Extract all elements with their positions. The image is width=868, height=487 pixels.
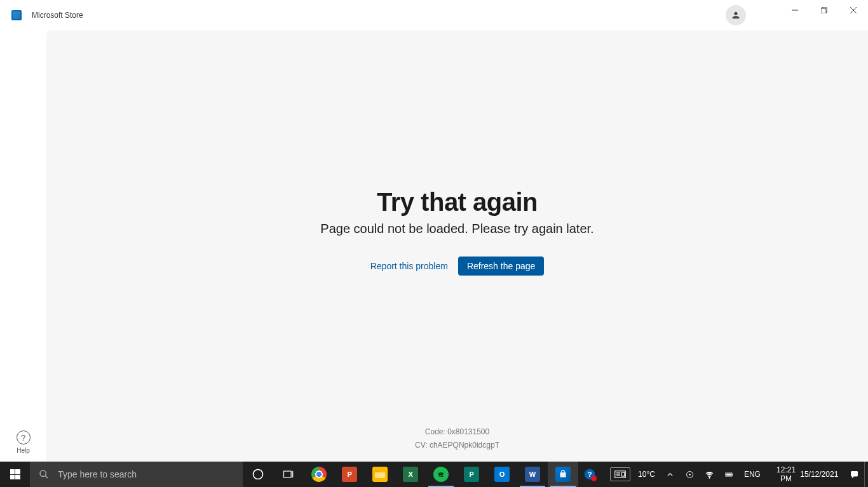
word-icon: W xyxy=(525,467,540,482)
weather-temperature: 10°C xyxy=(638,470,655,479)
taskbar: Type here to search P X P xyxy=(0,462,868,487)
get-help-tray-button[interactable]: ? xyxy=(578,462,601,487)
svg-point-19 xyxy=(709,477,710,477)
powerpoint-taskbar-button[interactable]: P xyxy=(334,462,365,487)
help-icon: ? xyxy=(17,430,31,444)
close-button[interactable] xyxy=(839,0,868,20)
app-title: Microsoft Store xyxy=(32,11,83,20)
task-view-button[interactable] xyxy=(273,462,304,487)
help-label: Help xyxy=(0,447,46,454)
search-icon xyxy=(39,469,49,479)
chevron-up-icon xyxy=(665,470,675,479)
chrome-icon xyxy=(311,467,327,482)
store-app-icon xyxy=(11,10,22,20)
svg-point-7 xyxy=(254,470,263,479)
battery-tray-icon[interactable] xyxy=(719,462,739,487)
svg-rect-16 xyxy=(621,472,625,476)
maximize-restore-button[interactable] xyxy=(810,0,839,20)
svg-point-5 xyxy=(40,470,46,476)
publisher-taskbar-button[interactable]: P xyxy=(456,462,487,487)
language-indicator[interactable]: ENG xyxy=(739,462,766,487)
word-taskbar-button[interactable]: W xyxy=(517,462,548,487)
circle-icon xyxy=(252,468,264,481)
help-app-icon: ? xyxy=(583,468,596,481)
news-widget-icon xyxy=(610,467,630,481)
svg-rect-23 xyxy=(851,471,858,476)
publisher-icon: P xyxy=(464,467,479,482)
excel-taskbar-button[interactable]: X xyxy=(395,462,426,487)
taskbar-search[interactable]: Type here to search xyxy=(30,462,243,487)
refresh-page-button[interactable]: Refresh the page xyxy=(458,257,544,276)
weather-tray-item[interactable]: 10°C xyxy=(601,462,660,487)
error-panel: Try that again Page could not be loaded.… xyxy=(203,188,712,276)
svg-rect-22 xyxy=(726,474,731,476)
clock-time: 12:21 PM xyxy=(772,465,800,484)
clock-tray-item[interactable]: 12:21 PM 15/12/2021 xyxy=(766,462,844,487)
error-code-line: Code: 0x80131500 xyxy=(415,425,499,439)
error-cv-line: CV: chAEPQNpk0idcgpT xyxy=(415,439,499,453)
svg-point-18 xyxy=(689,474,691,476)
window-controls xyxy=(780,0,868,20)
battery-icon xyxy=(724,470,734,479)
user-profile-button[interactable] xyxy=(726,5,746,25)
file-explorer-taskbar-button[interactable] xyxy=(365,462,395,487)
excel-icon: X xyxy=(403,467,418,482)
svg-rect-8 xyxy=(284,471,292,477)
show-desktop-button[interactable] xyxy=(864,462,868,487)
outlook-icon: O xyxy=(494,467,510,482)
person-icon xyxy=(731,10,741,20)
start-button[interactable] xyxy=(0,462,30,487)
error-heading: Try that again xyxy=(203,188,712,217)
store-taskbar-button[interactable] xyxy=(548,462,578,487)
language-label: ENG xyxy=(744,470,761,479)
folder-icon xyxy=(372,467,388,482)
store-icon xyxy=(555,467,571,482)
report-problem-link[interactable]: Report this problem xyxy=(370,261,448,271)
task-icons-group: P X P O W xyxy=(243,462,578,487)
notification-icon xyxy=(850,470,859,479)
clock-date: 15/12/2021 xyxy=(800,470,838,479)
title-bar: Microsoft Store xyxy=(0,0,868,30)
location-icon xyxy=(685,470,695,479)
svg-rect-2 xyxy=(821,8,826,13)
cortana-button[interactable] xyxy=(243,462,273,487)
error-actions: Report this problem Refresh the page xyxy=(203,257,712,276)
minimize-button[interactable] xyxy=(780,0,810,20)
task-view-icon xyxy=(282,468,295,481)
left-sidebar: ? Help xyxy=(0,30,46,462)
wifi-tray-icon[interactable] xyxy=(700,462,719,487)
location-tray-icon[interactable] xyxy=(680,462,700,487)
svg-rect-21 xyxy=(732,474,733,476)
system-tray: ? 10°C ENG 12:21 PM 15/12/2021 xyxy=(578,462,868,487)
wifi-icon xyxy=(705,470,714,479)
search-placeholder: Type here to search xyxy=(58,469,137,479)
action-center-button[interactable] xyxy=(844,462,864,487)
error-codes: Code: 0x80131500 CV: chAEPQNpk0idcgpT xyxy=(415,425,499,453)
content-area: Try that again Page could not be loaded.… xyxy=(46,30,868,462)
chrome-taskbar-button[interactable] xyxy=(304,462,334,487)
outlook-taskbar-button[interactable]: O xyxy=(487,462,517,487)
error-subtext: Page could not be loaded. Please try aga… xyxy=(203,222,712,236)
windows-logo-icon xyxy=(10,469,20,479)
spotify-icon xyxy=(433,467,449,482)
spotify-taskbar-button[interactable] xyxy=(426,462,456,487)
show-hidden-icons-button[interactable] xyxy=(660,462,680,487)
powerpoint-icon: P xyxy=(342,467,357,482)
help-button[interactable]: ? Help xyxy=(0,430,46,454)
svg-line-6 xyxy=(45,476,48,478)
